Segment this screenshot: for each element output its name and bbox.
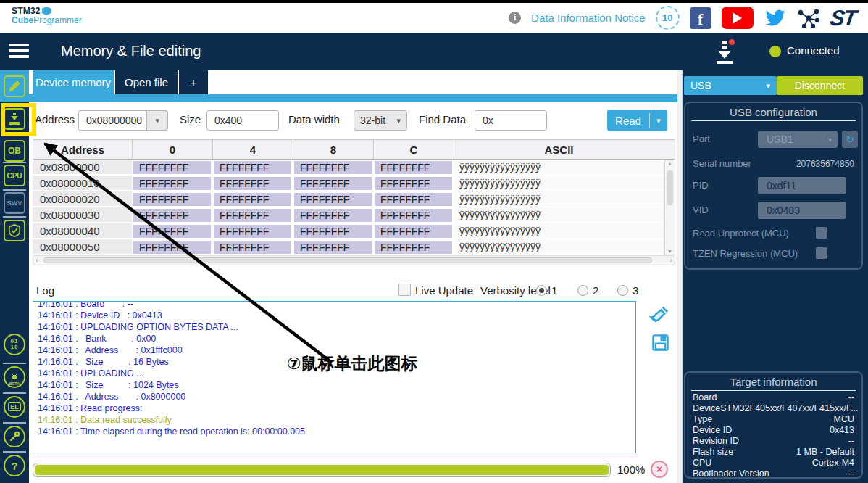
external-loader-icon[interactable]: EL	[4, 396, 25, 418]
security-shield-icon[interactable]	[4, 220, 25, 242]
memory-table-row[interactable]: 0x08000010FFFFFFFFFFFFFFFFFFFFFFFFFFFFFF…	[33, 176, 664, 191]
verbosity-radio-2[interactable]	[577, 285, 588, 296]
size-input[interactable]	[206, 110, 279, 131]
memory-value-cell[interactable]: FFFFFFFF	[293, 223, 373, 239]
memory-value-cell[interactable]: FFFFFFFF	[212, 223, 293, 239]
address-input[interactable]	[78, 110, 147, 131]
chevron-down-icon: ▾	[396, 116, 401, 125]
refresh-port-icon[interactable]: ↻	[842, 131, 858, 148]
facebook-icon[interactable]: f	[690, 7, 711, 29]
memory-value-cell[interactable]: FFFFFFFF	[373, 239, 454, 255]
memory-file-edit-icon[interactable]	[4, 75, 25, 97]
memory-value-cell[interactable]: FFFFFFFF	[132, 176, 212, 191]
scroll-down-icon[interactable]: ▼	[665, 249, 675, 254]
tab-open-file[interactable]: Open file	[115, 70, 178, 94]
live-update-label: Live Update	[415, 284, 473, 297]
automation-tools-icon[interactable]	[4, 426, 25, 447]
main-content: Device memory Open file + Address ▾ Size…	[29, 70, 677, 483]
memory-ascii-cell: ÿÿÿÿÿÿÿÿÿÿÿÿÿÿÿÿ	[454, 239, 664, 255]
vid-field[interactable]: 0x0483	[758, 202, 846, 219]
pid-field[interactable]: 0xdf11	[758, 177, 846, 194]
tab-device-memory[interactable]: Device memory	[33, 70, 114, 94]
memory-value-cell[interactable]: FFFFFFFF	[373, 223, 454, 239]
cube-icon	[42, 7, 51, 15]
memory-value-cell[interactable]: FFFFFFFF	[212, 191, 293, 207]
scrollbar-thumb[interactable]	[43, 257, 652, 263]
swv-icon[interactable]: SWV	[4, 192, 25, 214]
memory-value-cell[interactable]: FFFFFFFF	[293, 176, 373, 191]
twitter-icon[interactable]	[764, 8, 787, 28]
memory-value-cell[interactable]: FFFFFFFF	[212, 207, 293, 223]
read-button[interactable]: Read ▾	[607, 110, 667, 131]
help-icon[interactable]: ?	[4, 455, 25, 476]
memory-value-cell[interactable]: FFFFFFFF	[212, 160, 293, 176]
log-line: 14:16:01 : UPLOADING OPTION BYTES DATA .…	[38, 321, 631, 333]
memory-value-cell[interactable]: FFFFFFFF	[132, 160, 212, 176]
tzen-regression-checkbox[interactable]	[816, 247, 827, 259]
scroll-right-icon[interactable]: ›	[670, 256, 672, 265]
memory-value-cell[interactable]: FFFFFFFF	[373, 160, 454, 176]
binary-utilities-icon[interactable]: 0110	[4, 334, 25, 355]
verbosity-radio-3[interactable]	[617, 285, 628, 296]
update-available-icon[interactable]	[712, 39, 737, 65]
scroll-left-icon[interactable]: ‹	[36, 256, 38, 265]
tab-add[interactable]: +	[179, 70, 208, 94]
interface-select[interactable]: USB ▾	[684, 76, 777, 95]
memory-table-row[interactable]: 0x08000050FFFFFFFFFFFFFFFFFFFFFFFFFFFFFF…	[33, 239, 664, 255]
col-c: C	[374, 140, 454, 159]
read-unprotect-checkbox[interactable]	[816, 227, 827, 239]
memory-table-row[interactable]: 0x08000000FFFFFFFFFFFFFFFFFFFFFFFFFFFFFF…	[33, 160, 664, 176]
memory-table-row[interactable]: 0x08000040FFFFFFFFFFFFFFFFFFFFFFFFFFFFFF…	[33, 223, 664, 239]
scroll-up-icon[interactable]: ▲	[665, 161, 675, 166]
memory-value-cell[interactable]: FFFFFFFF	[132, 239, 212, 255]
data-information-notice-link[interactable]: Data Information Notice	[531, 12, 646, 24]
memory-value-cell[interactable]: FFFFFFFF	[132, 191, 212, 207]
st-community-icon[interactable]	[797, 8, 820, 28]
target-info-row: Device ID0x413	[685, 425, 861, 436]
memory-table-row[interactable]: 0x08000030FFFFFFFFFFFFFFFFFFFFFFFFFFFFFF…	[33, 207, 664, 223]
memory-address-cell: 0x08000000	[33, 160, 132, 176]
memory-value-cell[interactable]: FFFFFFFF	[373, 176, 454, 191]
log-output[interactable]: 14:16:01 : Board : --14:16:01 : Device I…	[33, 301, 636, 453]
usb-configuration-title: USB configuration	[685, 103, 861, 118]
cpu-core-icon[interactable]: CPU	[4, 165, 25, 186]
clear-log-icon[interactable]	[649, 305, 671, 326]
youtube-icon[interactable]	[722, 7, 754, 29]
scrollbar-thumb[interactable]	[667, 170, 673, 205]
memory-table-row[interactable]: 0x08000020FFFFFFFFFFFFFFFFFFFFFFFFFFFFFF…	[33, 191, 664, 207]
cancel-operation-icon[interactable]: ×	[651, 461, 668, 478]
pid-label: PID	[693, 180, 709, 191]
memory-download-icon[interactable]	[4, 108, 25, 130]
memory-value-cell[interactable]: FFFFFFFF	[132, 223, 212, 239]
read-dropdown-icon[interactable]: ▾	[650, 116, 667, 125]
memory-ascii-cell: ÿÿÿÿÿÿÿÿÿÿÿÿÿÿÿÿ	[454, 176, 664, 191]
memory-value-cell[interactable]: FFFFFFFF	[212, 176, 293, 191]
memory-value-cell[interactable]: FFFFFFFF	[373, 191, 454, 207]
port-select[interactable]: USB1 ▾	[758, 131, 838, 148]
memory-horizontal-scrollbar[interactable]: ‹ ›	[33, 255, 675, 265]
memory-value-cell[interactable]: FFFFFFFF	[293, 160, 373, 176]
data-width-select[interactable]: 32-bit▾	[354, 110, 407, 131]
col-address: Address	[33, 140, 133, 159]
save-log-icon[interactable]	[651, 333, 670, 352]
panel-gutter	[677, 70, 683, 483]
memory-value-cell[interactable]: FFFFFFFF	[293, 239, 373, 255]
memory-vertical-scrollbar[interactable]: ▲ ▼	[664, 160, 675, 255]
memory-value-cell[interactable]: FFFFFFFF	[212, 239, 293, 255]
log-title: Log	[36, 284, 54, 297]
beta-bug-icon[interactable]: BETA	[4, 366, 25, 388]
memory-value-cell[interactable]: FFFFFFFF	[293, 191, 373, 207]
hamburger-menu-icon[interactable]	[9, 44, 29, 59]
col-4: 4	[213, 140, 293, 159]
disconnect-button[interactable]: Disconnect	[777, 76, 863, 95]
memory-value-cell[interactable]: FFFFFFFF	[132, 207, 212, 223]
memory-value-cell[interactable]: FFFFFFFF	[293, 207, 373, 223]
live-update-checkbox[interactable]	[398, 284, 411, 296]
option-bytes-icon[interactable]: OB	[4, 140, 25, 162]
address-dropdown-button[interactable]: ▾	[146, 110, 168, 131]
find-data-input[interactable]	[475, 110, 547, 131]
col-8: 8	[293, 140, 374, 159]
chevron-down-icon: ▾	[766, 81, 770, 91]
memory-value-cell[interactable]: FFFFFFFF	[373, 207, 454, 223]
verbosity-radio-1[interactable]	[536, 285, 547, 296]
